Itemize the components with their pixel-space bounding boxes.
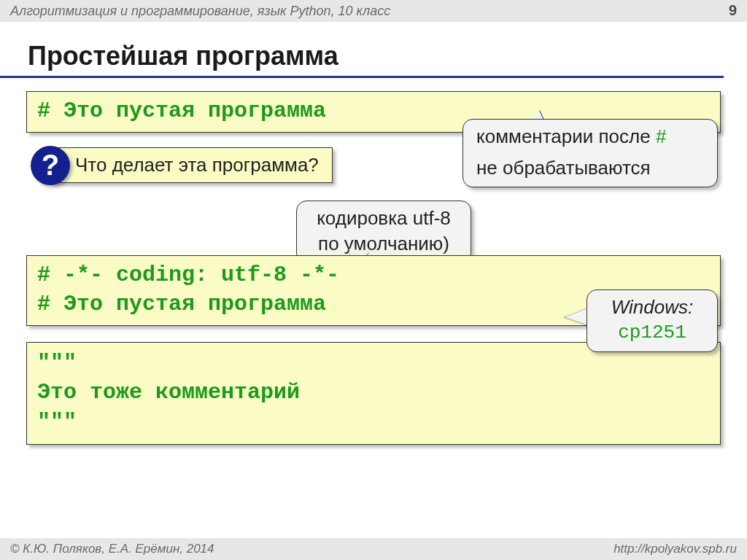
question-mark-icon: ? (31, 146, 70, 185)
code-line: """ (37, 349, 710, 378)
callout-text: по умолчанию) (310, 231, 457, 257)
callout-text: не обрабатываются (476, 155, 704, 181)
slide-content: # Это пустая программа комментарии после… (0, 78, 747, 545)
footer-bar: © К.Ю. Поляков, Е.А. Ерёмин, 2014 http:/… (0, 538, 747, 560)
code-line: """ (37, 408, 710, 438)
question-text: Что делает эта программа? (75, 154, 319, 176)
callout-code: cp1251 (600, 320, 704, 346)
header-subject: Алгоритмизация и программирование, язык … (10, 4, 390, 19)
header-bar: Алгоритмизация и программирование, язык … (0, 0, 747, 22)
code-line: Это тоже комментарий (37, 378, 710, 408)
question-box: Что делает эта программа? (51, 147, 333, 183)
code-block-3: """ Это тоже комментарий """ (26, 342, 721, 446)
page-number: 9 (729, 2, 737, 19)
footer-copyright: © К.Ю. Поляков, Е.А. Ерёмин, 2014 (10, 542, 214, 556)
callout-tail (563, 308, 589, 329)
callout-comments-after-hash: комментарии после # не обрабатываются (462, 119, 718, 187)
code-line: # -*- coding: utf-8 -*- (37, 260, 710, 290)
callout-text: кодировка utf-8 (310, 206, 457, 231)
callout-encoding-utf8: кодировка utf-8 по умолчанию) (296, 201, 471, 263)
hash-symbol: # (656, 125, 666, 147)
callout-text: комментарии после (476, 125, 656, 147)
callout-windows-cp1251: Windows: cp1251 (587, 289, 718, 352)
callout-text: Windows: (600, 295, 704, 320)
code-line: # Это пустая программа (37, 98, 326, 123)
footer-url: http://kpolyakov.spb.ru (614, 542, 737, 556)
page-title: Простейшая программа (0, 22, 724, 78)
